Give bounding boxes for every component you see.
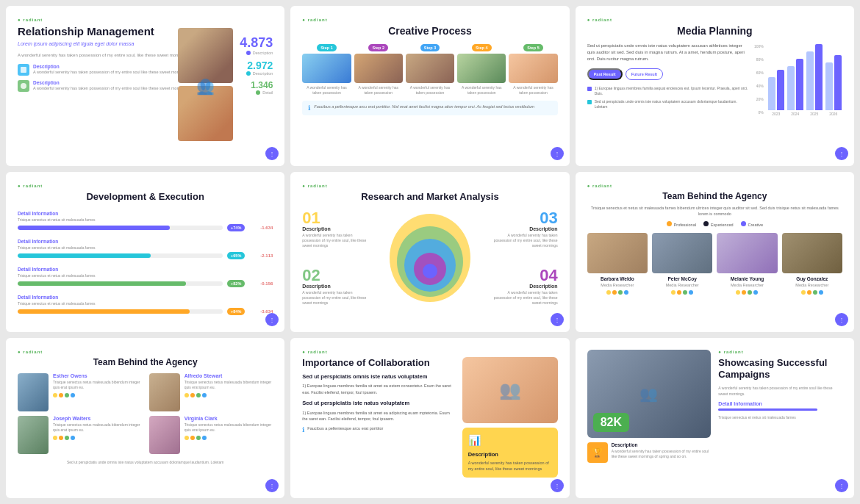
slide9-title: Showcasing Successful Campaigns	[718, 357, 842, 380]
step3-img	[406, 54, 454, 83]
legend-professional: Professional	[667, 221, 696, 227]
member-peter: Peter McCoy Media Researcher	[652, 233, 712, 295]
slide8-right: 👥 📊 Description A wonderful serenity has…	[462, 357, 558, 472]
slide9-left-col: 👥 82K 🏆 Description A wonderful serenity…	[587, 350, 712, 486]
slide9-menu[interactable]: ⋮	[835, 479, 848, 492]
alfredo-photo	[149, 373, 180, 411]
slide-research-market: ● radiant Research and Market Analysis 0…	[290, 172, 569, 332]
virginia-photo	[149, 416, 180, 454]
step2-text: A wonderful serenity has taken possessio…	[354, 85, 403, 95]
progress4-bg	[18, 309, 223, 314]
slide8-title: Importance of Collaboration	[302, 357, 456, 369]
slide8-menu[interactable]: ⋮	[551, 479, 564, 492]
funnel-container: 01 Description A wonderful serenity has …	[302, 206, 557, 309]
bar-chart: 2023 2024	[768, 43, 842, 116]
desc-01: 01 Description A wonderful serenity has …	[302, 210, 368, 248]
progress2-badge: +65%	[227, 252, 245, 259]
slide3-menu[interactable]: ⋮	[835, 147, 848, 160]
esther-info: Esther Owens Trisique senectus netus mal…	[53, 373, 142, 397]
member-barbara: Barbara Weldo Media Researcher	[587, 233, 648, 295]
brand-logo: ● radiant	[18, 18, 273, 22]
bar-2024-dark	[796, 59, 803, 110]
future-result-btn[interactable]: Future Result	[626, 68, 663, 80]
desc01-title: Description	[302, 226, 368, 231]
barbara-name: Barbara Weldo	[587, 276, 648, 281]
funnel-svg	[371, 206, 489, 309]
slide9-detail-bar	[718, 408, 817, 411]
progress2-bar-row: +65% -2.113	[18, 252, 273, 259]
slide1-images: 👥 👤	[178, 28, 233, 145]
barbara-dots	[587, 290, 648, 295]
progress3-label: Detail Information	[18, 267, 273, 272]
step4-badge: Step 4	[472, 44, 492, 51]
slide6-title: Team Behind the Agency	[587, 191, 842, 201]
slide2-menu[interactable]: ⋮	[551, 147, 564, 160]
slide6-menu[interactable]: ⋮	[835, 313, 848, 326]
slide-campaigns: 👥 82K 🏆 Description A wonderful serenity…	[576, 338, 854, 498]
slide4-menu[interactable]: ⋮	[265, 313, 279, 326]
past-result-btn[interactable]: Past Result	[587, 68, 623, 80]
steps-row: Step 1 A wonderful serenity has taken po…	[302, 44, 557, 95]
slide9-desc2-body: A wonderful serenity has taken possessio…	[718, 386, 842, 397]
campaign-desc-row: 🏆 Description A wonderful serenity has t…	[587, 442, 712, 463]
step-5: Step 5 A wonderful serenity has taken po…	[509, 44, 557, 95]
esther-photo	[18, 373, 49, 411]
stat3-value: 1.346	[240, 80, 273, 90]
bar-2023-label: 2023	[772, 112, 780, 116]
stat3-dot	[256, 90, 260, 95]
card-icon: 📊	[468, 433, 552, 448]
step-4: Step 4 A wonderful serenity has taken po…	[457, 44, 506, 95]
slide-relationship-management: ● radiant Relationship Management Lorem …	[6, 6, 284, 166]
slide3-para: Sed ut perspiciatis unde omnis iste natu…	[587, 43, 748, 62]
virginia-name: Virginia Clark	[184, 416, 273, 421]
progress4-badge: +84%	[227, 308, 245, 315]
progress2-sub: Trisique senectus et netus sit malesuada…	[18, 245, 273, 250]
alfredo-bio: Trisique senectus netus malesuada bibend…	[184, 380, 273, 390]
bar-pair-2026	[825, 55, 842, 110]
desc1-body: A wonderful serenity has taken possessio…	[33, 70, 188, 76]
progress2-value: -2.113	[249, 253, 273, 258]
slide1-menu[interactable]: ⋮	[265, 147, 279, 160]
slide9-right-col: ● radiant Showcasing Successful Campaign…	[711, 350, 842, 486]
step1-text: A wonderful serenity has taken possessio…	[302, 85, 351, 95]
collab-main-photo: 👥	[462, 357, 558, 423]
legend2-dot	[587, 100, 592, 104]
person-joseph: Joseph Walters Trisique senectus netus m…	[18, 416, 142, 454]
step3-badge: Step 3	[420, 44, 440, 51]
slide1-img-bottom: 👤	[178, 86, 233, 141]
desc03-text: A wonderful serenity has taken possessio…	[492, 233, 558, 248]
slide3-right: 100% 80% 60% 40% 20% 0% 202	[754, 43, 842, 116]
team-four-grid: Esther Owens Trisique senectus netus mal…	[18, 373, 273, 454]
slide-development-execution: ● radiant Development & Execution Detail…	[6, 172, 284, 332]
slide3-title: Media Planning	[587, 25, 842, 37]
member-guy: Guy Gonzalez Media Researcher	[782, 233, 842, 295]
y-axis: 100% 80% 60% 40% 20% 0%	[754, 43, 764, 116]
member-melanie: Melanie Young Media Researcher	[717, 233, 777, 295]
slide-media-planning: ● radiant Media Planning Sed ut perspici…	[576, 6, 854, 166]
slide5-menu[interactable]: ⋮	[551, 313, 564, 326]
bar-2026-label: 2026	[829, 112, 837, 116]
step4-text: A wonderful serenity has taken possessio…	[457, 85, 506, 95]
slide-creative-process: ● radiant Creative Process Step 1 A wond…	[290, 6, 569, 166]
progress1-label: Detail Information	[18, 211, 273, 216]
melanie-role: Media Researcher	[717, 283, 777, 287]
slide6-para: Trisique senectus et netus sit malesuada…	[587, 206, 842, 217]
info-icon: ℹ	[308, 104, 310, 112]
joseph-photo	[18, 416, 49, 454]
progress3-fill	[18, 281, 186, 286]
progress-row-3: Detail Information Trisique senectus et …	[18, 267, 273, 287]
step2-img	[354, 54, 403, 83]
progress4-label: Detail Information	[18, 295, 273, 300]
svg-point-6	[423, 264, 437, 278]
campaign-desc-text: Description A wonderful serenity has tak…	[612, 442, 712, 459]
melanie-photo	[717, 233, 777, 273]
legend-creative: Creative	[741, 221, 763, 227]
slide8-content: Importance of Collaboration Sed ut persp…	[302, 357, 557, 472]
progress1-sub: Trisique senectus et netus sit malesuada…	[18, 217, 273, 222]
alfredo-dots	[184, 393, 273, 397]
desc1-title: Description	[33, 64, 188, 69]
bar-2024-label: 2024	[791, 112, 799, 116]
desc1-icon	[18, 64, 29, 76]
slide7-menu[interactable]: ⋮	[265, 479, 279, 492]
desc-04: 04 Description A wonderful serenity has …	[492, 267, 558, 306]
